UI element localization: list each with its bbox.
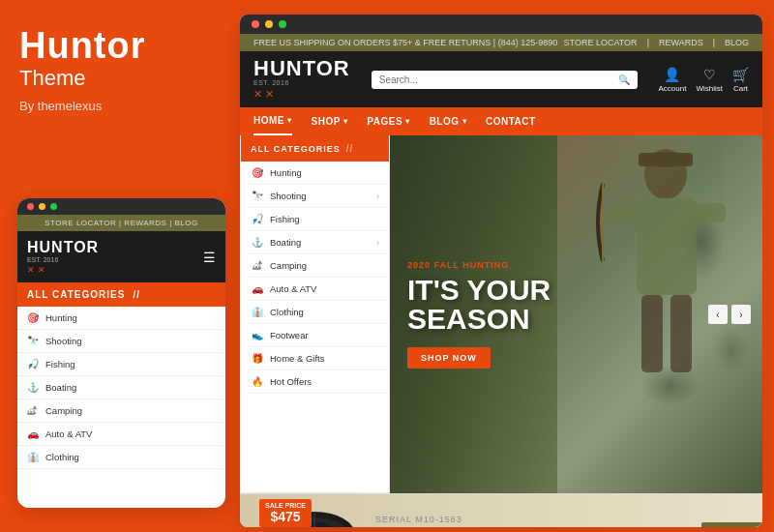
desktop-storebar: FREE US SHIPPING ON ORDERS $75+ & FREE R… bbox=[240, 34, 762, 51]
brand-by: By themelexus bbox=[19, 99, 213, 113]
pages-arrow: ▾ bbox=[405, 117, 410, 126]
nav-shop[interactable]: SHOP ▾ bbox=[312, 108, 348, 134]
dot-red bbox=[252, 20, 259, 28]
mobile-menu-list: 🎯Hunting 🔭Shooting 🎣Fishing ⚓Boating 🏕Ca… bbox=[17, 307, 225, 469]
mobile-header: HUNTOR EST. 2016 ✕ ✕ ☰ bbox=[17, 231, 225, 282]
svg-rect-5 bbox=[695, 203, 726, 222]
store-locator-link[interactable]: STORE LOCATOR bbox=[564, 38, 638, 47]
hot-offers-icon: 🔥 bbox=[251, 376, 263, 387]
mobile-menu-hunting[interactable]: 🎯Hunting bbox=[17, 307, 225, 330]
nav-blog[interactable]: BLOG ▾ bbox=[430, 108, 466, 134]
categories-list: 🎯Hunting 🔭Shooting › 🎣Fishing ⚓Boating ›… bbox=[241, 162, 389, 394]
logo-tagline: EST. 2016 bbox=[253, 79, 350, 86]
blog-arrow: ▾ bbox=[462, 117, 467, 126]
wishlist-icon-btn[interactable]: ♡ Wishlist bbox=[696, 67, 723, 93]
atv-icon: 🚗 bbox=[251, 283, 263, 294]
desktop-topbar bbox=[240, 15, 762, 34]
cat-camping[interactable]: 🏕Camping bbox=[241, 254, 389, 278]
shooting-icon: 🔭 bbox=[27, 336, 39, 346]
header-icons: 👤 Account ♡ Wishlist 🛒 Cart bbox=[659, 67, 749, 93]
mobile-logo-sub: EST. 2016 bbox=[27, 256, 99, 263]
desktop-logo: HUNTOR EST. 2016 ✕ ✕ bbox=[253, 58, 350, 101]
fishing-icon: 🎣 bbox=[251, 214, 263, 224]
cat-atv[interactable]: 🚗Auto & ATV bbox=[241, 278, 389, 301]
cat-boating[interactable]: ⚓Boating › bbox=[241, 231, 389, 254]
boating-icon: ⚓ bbox=[251, 237, 263, 248]
boating-arrow: › bbox=[376, 238, 379, 248]
categories-header: ALL CATEGORIES // bbox=[241, 135, 389, 162]
svg-rect-4 bbox=[608, 203, 639, 222]
cat-footwear[interactable]: 👟Footwear bbox=[241, 324, 389, 347]
mobile-categories-header: ALL CATEGORIES // bbox=[17, 282, 225, 307]
dot-green bbox=[50, 203, 57, 210]
desktop-nav: HOME ▾ SHOP ▾ PAGES ▾ BLOG ▾ CONTACT bbox=[240, 107, 762, 135]
hero-shop-button[interactable]: SHOP NOW bbox=[407, 347, 491, 369]
shooting-icon: 🔭 bbox=[251, 191, 263, 201]
mobile-menu-boating[interactable]: ⚓Boating bbox=[17, 376, 225, 399]
sale-badge: SALE PRICE $475 bbox=[259, 499, 312, 527]
mobile-mockup: STORE LOCATOR | REWARDS | BLOG HUNTOR ES… bbox=[17, 198, 225, 508]
clothing-icon: 👔 bbox=[27, 452, 39, 462]
search-bar[interactable]: 🔍 bbox=[372, 71, 638, 89]
hero-prev-button[interactable]: ‹ bbox=[708, 305, 728, 324]
fishing-icon: 🎣 bbox=[27, 359, 39, 369]
dot-green bbox=[279, 20, 286, 28]
svg-rect-6 bbox=[641, 295, 663, 372]
dot-yellow bbox=[265, 20, 273, 28]
svg-rect-2 bbox=[639, 153, 693, 166]
hero-next-button[interactable]: › bbox=[731, 305, 751, 324]
brand-subtitle: Theme bbox=[19, 66, 213, 91]
blog-link[interactable]: BLOG bbox=[725, 38, 749, 47]
mobile-logo: HUNTOR bbox=[27, 239, 99, 256]
search-input[interactable] bbox=[379, 74, 618, 85]
dot-red bbox=[27, 203, 34, 210]
camping-icon: 🏕 bbox=[251, 260, 263, 271]
brand-name: Huntor bbox=[19, 27, 213, 64]
storebar-links: STORE LOCATOR | REWARDS | BLOG bbox=[564, 38, 749, 47]
mobile-menu-camping[interactable]: 🏕Camping bbox=[17, 399, 225, 423]
categories-panel: ALL CATEGORIES // 🎯Hunting 🔭Shooting › 🎣… bbox=[240, 135, 390, 493]
desktop-header: HUNTOR EST. 2016 ✕ ✕ 🔍 👤 Account ♡ Wishl… bbox=[240, 51, 762, 107]
nav-pages[interactable]: PAGES ▾ bbox=[367, 108, 409, 134]
mobile-cat-deco: // bbox=[133, 289, 140, 300]
shooting-arrow: › bbox=[376, 192, 379, 201]
hunter-silhouette bbox=[588, 145, 743, 397]
cat-hunting[interactable]: 🎯Hunting bbox=[241, 162, 389, 185]
home-gifts-icon: 🎁 bbox=[251, 353, 263, 364]
home-arrow: ▾ bbox=[287, 116, 292, 125]
bottom-banner: SALE PRICE $475 SERIAL M10-1563 DISTANCE… bbox=[240, 493, 762, 527]
cat-home-gifts[interactable]: 🎁Home & Gifts bbox=[241, 347, 389, 370]
svg-rect-3 bbox=[637, 198, 697, 295]
cat-hot-offers[interactable]: 🔥Hot Offers bbox=[241, 370, 389, 394]
cart-icon-btn[interactable]: 🛒 Cart bbox=[732, 67, 749, 93]
cat-shooting[interactable]: 🔭Shooting › bbox=[241, 185, 389, 208]
clothing-icon: 👔 bbox=[251, 307, 263, 317]
mobile-storebar: STORE LOCATOR | REWARDS | BLOG bbox=[17, 215, 225, 231]
show-now-button[interactable]: SHOW NOW bbox=[701, 522, 762, 527]
cat-clothing[interactable]: 👔Clothing bbox=[241, 301, 389, 324]
search-icon: 🔍 bbox=[618, 74, 630, 85]
hero-content: 2020 FALL HUNTING IT'S YOUR SEASON SHOP … bbox=[390, 241, 568, 388]
shop-arrow: ▾ bbox=[343, 117, 348, 126]
cart-icon: 🛒 bbox=[732, 67, 749, 82]
cat-fishing[interactable]: 🎣Fishing bbox=[241, 208, 389, 231]
mobile-menu-fishing[interactable]: 🎣Fishing bbox=[17, 353, 225, 376]
hero-tag: 2020 FALL HUNTING bbox=[407, 260, 551, 270]
nav-contact[interactable]: CONTACT bbox=[486, 108, 536, 134]
nav-home[interactable]: HOME ▾ bbox=[253, 107, 292, 135]
dot-yellow bbox=[39, 203, 45, 210]
hamburger-icon[interactable]: ☰ bbox=[203, 250, 216, 265]
mobile-menu-clothing[interactable]: 👔Clothing bbox=[17, 446, 225, 469]
rewards-link[interactable]: REWARDS bbox=[659, 38, 703, 47]
mobile-menu-atv[interactable]: 🚗Auto & ATV bbox=[17, 423, 225, 446]
hero-banner: 2020 FALL HUNTING IT'S YOUR SEASON SHOP … bbox=[390, 135, 762, 493]
mobile-menu-shooting[interactable]: 🔭Shooting bbox=[17, 330, 225, 353]
bottom-text: SERIAL M10-1563 DISTANCE.PRECISION.Clari… bbox=[375, 515, 687, 527]
hunting-icon: 🎯 bbox=[27, 312, 39, 323]
storebar-left: FREE US SHIPPING ON ORDERS $75+ & FREE R… bbox=[253, 38, 557, 47]
left-panel: Huntor Theme By themelexus STORE LOCATOR… bbox=[0, 0, 232, 532]
heart-icon: ♡ bbox=[703, 67, 716, 82]
product-image: SALE PRICE $475 bbox=[259, 499, 356, 528]
account-icon-btn[interactable]: 👤 Account bbox=[659, 67, 687, 93]
boating-icon: ⚓ bbox=[27, 382, 39, 393]
